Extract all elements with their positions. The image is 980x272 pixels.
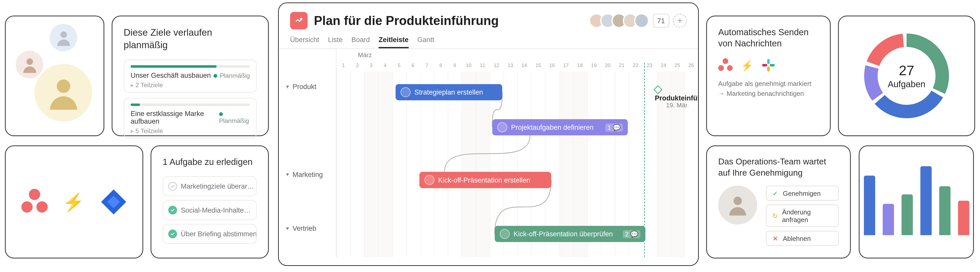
avatar <box>401 87 410 97</box>
timeline-month-label: März <box>358 52 372 59</box>
task-bar-label: Kick-off-Präsentation überprüfen <box>514 230 613 238</box>
add-member-button[interactable]: + <box>673 14 687 27</box>
x-icon: ✕ <box>772 234 779 242</box>
jira-icon <box>98 187 128 217</box>
timeline-task-bar[interactable]: Kick-off-Präsentation erstellen <box>419 172 551 188</box>
task-bar-label: Projektaufgaben definieren <box>511 123 593 131</box>
goal-status: Planmäßig <box>213 72 250 79</box>
task-row[interactable]: Social-Media-Inhalte… <box>162 200 257 220</box>
task-row[interactable]: Über Briefing abstimmen <box>162 224 257 244</box>
svg-rect-4 <box>770 64 775 67</box>
task-label: Marketingziele überar… <box>181 182 254 190</box>
task-row[interactable]: Marketingziele überar… <box>162 176 257 196</box>
slack-icon <box>761 58 776 73</box>
svg-point-11 <box>733 197 742 205</box>
goals-heading: Diese Ziele verlaufen planmäßig <box>124 26 257 51</box>
check-icon <box>168 206 177 214</box>
bar <box>920 166 931 235</box>
automation-description: Aufgabe als genehmigt markiert → Marketi… <box>718 79 819 98</box>
project-timeline-panel: Plan für die Produkteinführung 71 + Über… <box>278 3 699 266</box>
my-tasks-card: 1 Aufgabe zu erledigen Marketingziele üb… <box>151 145 269 258</box>
bolt-icon: ⚡ <box>741 59 753 71</box>
goals-on-track-card: Diese Ziele verlaufen planmäßig Unser Ge… <box>112 16 269 136</box>
milestone-date: 19. Mär. <box>666 102 698 109</box>
task-label: Über Briefing abstimmen <box>181 230 257 238</box>
avatar <box>35 64 92 122</box>
timeline-sections: ▼Produkt▼Marketing▼Vertrieb <box>279 49 336 257</box>
svg-rect-5 <box>767 67 770 72</box>
bar <box>901 195 912 235</box>
integration-card: ⚡ <box>5 145 143 258</box>
task-label: Social-Media-Inhalte… <box>181 207 251 214</box>
reject-button[interactable]: ✕Ablehnen <box>766 231 838 246</box>
project-tabs: ÜbersichtListeBoardZeitleisteGantt <box>279 32 698 49</box>
timeline-task-bar[interactable]: Strategieplan erstellen <box>396 84 502 100</box>
check-icon: ✓ <box>772 190 779 197</box>
avatar[interactable] <box>634 13 649 28</box>
approval-card: Das Operations-Team wartet auf Ihre Gene… <box>706 145 851 258</box>
tab-übersicht[interactable]: Übersicht <box>290 36 319 48</box>
milestone[interactable]: Produkteinführung 19. Mär. <box>655 86 698 108</box>
bar <box>939 187 950 235</box>
approve-button[interactable]: ✓Genehmigen <box>766 186 838 201</box>
milestone-name: Produkteinführung <box>655 94 698 102</box>
automation-card: Automatisches Senden von Nachrichten ⚡ A… <box>706 16 831 136</box>
avatar <box>500 229 510 239</box>
caret-icon: ▼ <box>285 84 290 89</box>
bar-chart-card <box>859 145 974 258</box>
tab-liste[interactable]: Liste <box>328 36 342 48</box>
caret-icon: ▼ <box>285 172 290 177</box>
donut-number: 27 <box>899 63 914 79</box>
timeline-task-bar[interactable]: Kick-off-Präsentation überprüfen2 💬 <box>495 226 645 242</box>
goal-item[interactable]: Unser Geschäft ausbauen Planmäßig 2 Teil… <box>124 60 257 93</box>
avatar <box>425 175 434 185</box>
tab-gantt[interactable]: Gantt <box>417 36 434 48</box>
refresh-icon: ↻ <box>772 212 778 220</box>
goal-subgoals: 2 Teilziele <box>130 82 250 89</box>
section-row[interactable]: ▼Vertrieb <box>279 220 323 237</box>
avatar <box>718 186 757 225</box>
tasks-heading: 1 Aufgabe zu erledigen <box>162 156 257 168</box>
task-bar-label: Kick-off-Präsentation erstellen <box>438 176 530 184</box>
member-overflow-count[interactable]: 71 <box>653 14 670 27</box>
goal-subgoals: 5 Teilziele <box>130 127 250 134</box>
check-icon <box>168 182 177 191</box>
goal-title: Unser Geschäft ausbauen <box>130 71 211 79</box>
section-row[interactable]: ▼Produkt <box>279 78 323 95</box>
timeline-task-bar[interactable]: Projektaufgaben definieren1 💬 <box>492 119 628 135</box>
bar <box>958 201 969 235</box>
asana-icon <box>718 58 733 73</box>
automation-heading: Automatisches Senden von Nachrichten <box>718 26 819 49</box>
bar <box>864 176 875 235</box>
caret-icon: ▼ <box>285 225 290 231</box>
tab-zeitleiste[interactable]: Zeitleiste <box>379 36 409 48</box>
project-members: 71 + <box>593 13 687 28</box>
asana-icon <box>20 188 48 217</box>
bolt-icon: ⚡ <box>62 192 84 212</box>
svg-rect-3 <box>767 59 770 64</box>
svg-point-2 <box>57 79 70 93</box>
avatar <box>16 51 43 78</box>
task-bar-label: Strategieplan erstellen <box>414 89 483 96</box>
tab-board[interactable]: Board <box>352 36 370 48</box>
bar-chart <box>864 172 969 248</box>
goal-status: Planmäßig <box>219 111 250 124</box>
svg-rect-6 <box>762 64 767 67</box>
comment-count: 2 💬 <box>622 230 640 238</box>
svg-point-1 <box>26 58 33 65</box>
avatar <box>497 122 507 132</box>
project-title: Plan für die Produkteinführung <box>314 14 499 28</box>
goal-title: Eine erstklassige Marke aufbauen <box>130 110 219 125</box>
task-count-donut-card: 27 Aufgaben <box>838 16 975 136</box>
check-icon <box>168 230 177 238</box>
donut-label: Aufgaben <box>888 79 925 89</box>
bar <box>883 204 894 235</box>
section-row[interactable]: ▼Marketing <box>279 166 329 183</box>
diamond-icon <box>654 85 662 94</box>
comment-count: 1 💬 <box>605 123 623 131</box>
svg-point-0 <box>60 31 67 38</box>
goal-item[interactable]: Eine erstklassige Marke aufbauen Planmäß… <box>124 98 257 139</box>
avatar <box>49 24 77 51</box>
project-icon <box>290 12 308 30</box>
request-change-button[interactable]: ↻Änderung anfragen <box>766 204 838 227</box>
